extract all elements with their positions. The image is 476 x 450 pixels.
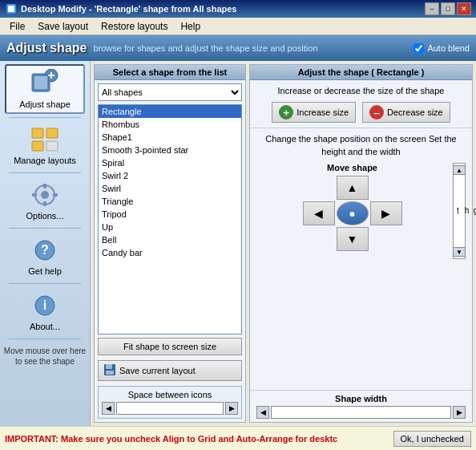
space-decrease-button[interactable]: ◀	[102, 402, 115, 415]
header-title: Adjust shape	[6, 41, 87, 55]
increase-label: Increase size	[296, 107, 349, 117]
save-current-layout-label: Save current layout	[119, 366, 196, 375]
auto-blend-checkbox[interactable]	[413, 43, 424, 54]
main-layout: Adjust shape Manage layouts	[0, 61, 476, 426]
sidebar-manage-label: Manage layouts	[14, 156, 76, 165]
space-slider-track[interactable]	[116, 402, 224, 415]
shape-item-smooth-star[interactable]: Smooth 3-pointed star	[99, 144, 241, 156]
move-up-button[interactable]: ▲	[337, 176, 369, 200]
decrease-size-button[interactable]: – Decrease size	[362, 102, 450, 123]
shape-item-bell[interactable]: Bell	[99, 233, 241, 246]
move-grid: ▲ ◀ ● ▶ ▼	[256, 176, 448, 251]
window-controls: – □ ✕	[425, 2, 471, 15]
shape-item-tripod[interactable]: Tripod	[99, 208, 241, 221]
height-label: Height	[454, 206, 476, 216]
move-center-button[interactable]: ●	[337, 201, 369, 225]
sidebar-options-label: Options...	[26, 211, 63, 221]
save-icon	[103, 363, 116, 378]
shape-item-rectangle[interactable]: Rectangle	[99, 105, 241, 118]
menu-save-layout[interactable]: Save layout	[31, 19, 95, 34]
fit-shape-button[interactable]: Fit shape to screen size	[98, 338, 242, 355]
move-label: Move shape	[256, 163, 448, 172]
help-icon: ?	[29, 236, 61, 265]
sidebar-divider-2	[9, 172, 81, 173]
sidebar-item-manage[interactable]: Manage layouts	[5, 121, 85, 169]
content-row: Select a shape from the list All shapes …	[94, 64, 473, 423]
width-slider-track[interactable]	[271, 406, 451, 419]
increase-icon: +	[279, 105, 293, 120]
app-icon	[5, 2, 18, 15]
sidebar: Adjust shape Manage layouts	[0, 61, 91, 426]
sidebar-adjust-label: Adjust shape	[19, 99, 71, 109]
move-right-button[interactable]: ▶	[370, 201, 402, 225]
svg-text:i: i	[43, 298, 46, 312]
svg-rect-5	[32, 128, 43, 138]
shape-list[interactable]: Rectangle Rhombus Shape1 Smooth 3-pointe…	[98, 104, 242, 334]
shape-item-swirl[interactable]: Swirl	[99, 182, 241, 195]
height-slider[interactable]: ▲ Height ▼	[453, 163, 466, 259]
menu-bar: File Save layout Restore layouts Help	[0, 18, 476, 35]
shape-panel-header: Select a shape from the list	[95, 65, 245, 80]
close-button[interactable]: ✕	[457, 2, 471, 15]
increase-size-button[interactable]: + Increase size	[272, 102, 356, 123]
sidebar-item-options[interactable]: Options...	[5, 176, 85, 225]
width-decrease-button[interactable]: ◀	[256, 406, 269, 419]
shape-item-triangle[interactable]: Triangle	[99, 195, 241, 208]
ok-unchecked-button[interactable]: Ok, I unchecked	[393, 431, 472, 447]
width-increase-button[interactable]: ▶	[453, 406, 466, 419]
height-increase-button[interactable]: ▼	[453, 247, 466, 257]
options-icon	[29, 180, 61, 209]
space-increase-button[interactable]: ▶	[225, 402, 238, 415]
auto-blend-label: Auto blend	[427, 43, 470, 53]
title-bar: Desktop Modify - 'Rectangle' shape from …	[0, 0, 476, 18]
svg-rect-20	[106, 364, 112, 369]
minimize-button[interactable]: –	[425, 2, 439, 15]
space-between-icons-section: Space between icons ◀ ▶	[98, 386, 242, 419]
header-bar: Adjust shape browse for shapes and adjus…	[0, 35, 476, 61]
width-label: Shape width	[256, 394, 466, 403]
move-controls: Move shape ▲ ◀ ● ▶ ▼	[256, 163, 448, 259]
svg-rect-14	[53, 193, 58, 197]
menu-help[interactable]: Help	[174, 19, 207, 34]
adjust-panel: Adjust the shape ( Rectangle ) Increase …	[249, 64, 473, 423]
shape-item-rhombus[interactable]: Rhombus	[99, 118, 241, 131]
content-area: Select a shape from the list All shapes …	[91, 61, 476, 426]
space-slider-row: ◀ ▶	[102, 402, 238, 415]
header-subtitle: browse for shapes and adjust the shape s…	[93, 43, 317, 53]
manage-layouts-icon	[29, 125, 61, 154]
decrease-icon: –	[369, 105, 384, 120]
sidebar-divider-3	[9, 228, 81, 229]
svg-rect-6	[46, 128, 58, 138]
status-bar: IMPORTANT: Make sure you uncheck Align t…	[0, 426, 476, 450]
sidebar-item-about[interactable]: i About...	[5, 287, 85, 335]
adjust-shape-icon	[29, 69, 61, 98]
width-slider-row: ◀ ▶	[256, 406, 466, 419]
status-text: IMPORTANT: Make sure you uncheck Align t…	[5, 434, 393, 444]
move-left-button[interactable]: ◀	[303, 201, 335, 225]
window-title: Desktop Modify - 'Rectangle' shape from …	[21, 4, 425, 14]
height-decrease-button[interactable]: ▲	[453, 165, 466, 175]
menu-restore-layouts[interactable]: Restore layouts	[95, 19, 174, 34]
move-area: Move shape ▲ ◀ ● ▶ ▼	[256, 163, 466, 259]
sidebar-item-adjust[interactable]: Adjust shape	[5, 64, 85, 114]
move-down-button[interactable]: ▼	[337, 227, 369, 251]
maximize-button[interactable]: □	[441, 2, 455, 15]
menu-file[interactable]: File	[3, 19, 31, 34]
space-label: Space between icons	[102, 390, 238, 399]
size-title: Increase or decrease the size of the sha…	[256, 85, 466, 97]
shape-panel: Select a shape from the list All shapes …	[94, 64, 246, 423]
sidebar-divider-5	[9, 339, 81, 339]
shape-item-spiral[interactable]: Spiral	[99, 156, 241, 169]
shape-item-swirl2[interactable]: Swirl 2	[99, 169, 241, 182]
shape-item-candy-bar[interactable]: Candy bar	[99, 246, 241, 259]
shape-item-up[interactable]: Up	[99, 221, 241, 233]
shape-item-shape1[interactable]: Shape1	[99, 131, 241, 144]
svg-point-10	[41, 191, 49, 199]
width-section: Shape width ◀ ▶	[250, 390, 472, 422]
shape-category-dropdown[interactable]: All shapes	[98, 83, 242, 101]
svg-rect-1	[8, 6, 14, 12]
sidebar-item-help[interactable]: ? Get help	[5, 232, 85, 280]
sidebar-divider-1	[9, 117, 81, 118]
save-current-layout-button[interactable]: Save current layout	[98, 360, 242, 381]
size-buttons: + Increase size – Decrease size	[256, 102, 466, 123]
